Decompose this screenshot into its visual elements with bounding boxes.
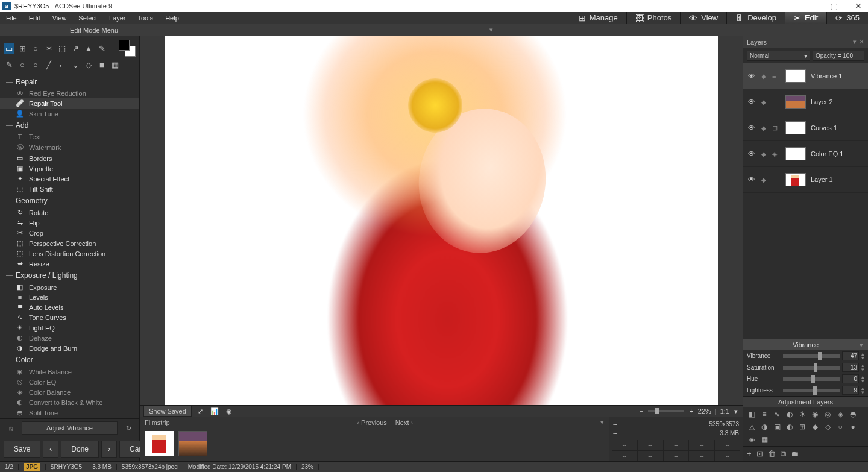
layer-thumbnail[interactable] xyxy=(785,95,806,109)
link-icon[interactable]: ◆ xyxy=(761,177,767,183)
tool-red-eye-reduction[interactable]: 👁Red Eye Reduction xyxy=(0,89,139,98)
vibrance-title[interactable]: Vibrance▾ xyxy=(743,339,868,350)
adjust-vibrance-button[interactable]: Adjust Vibrance xyxy=(22,421,118,435)
close-button[interactable]: ✕ xyxy=(851,1,866,11)
tool-eyedrop[interactable]: ↗ xyxy=(70,43,81,54)
slider-track[interactable] xyxy=(783,366,840,370)
tool-list[interactable]: Repair👁Red Eye Reduction🩹Repair Tool👤Ski… xyxy=(0,74,139,418)
canvas-area[interactable] xyxy=(140,36,743,405)
tool-lens-distortion-correction[interactable]: ⬚Lens Distortion Correction xyxy=(0,248,139,259)
refresh-icon[interactable]: ↻ xyxy=(122,424,134,432)
opacity-field[interactable]: Opacity = 100 xyxy=(813,51,864,61)
adjustment-icon-11[interactable]: ▣ xyxy=(772,422,782,432)
tool-light-eq[interactable]: ☀Light EQ xyxy=(0,323,139,333)
slider-value[interactable]: 47 xyxy=(842,351,859,360)
layer-op-duplicate[interactable]: ⧉ xyxy=(781,449,786,459)
layer-op-save[interactable]: 🖿 xyxy=(791,449,799,459)
layer-op-add[interactable]: + xyxy=(747,449,752,459)
prev-button[interactable]: ‹ xyxy=(43,441,58,458)
panel-menu-icon[interactable]: ▾ xyxy=(853,38,857,46)
adjustment-icon-1[interactable]: ≡ xyxy=(760,409,769,419)
tool-polygon[interactable]: ◇ xyxy=(83,59,94,70)
layer-thumbnail[interactable] xyxy=(785,121,806,134)
tool-skin-tune[interactable]: 👤Skin Tune xyxy=(0,109,139,119)
adjustment-icon-18[interactable]: ◈ xyxy=(747,435,756,444)
layer-op-mask[interactable]: ⊡ xyxy=(756,449,763,459)
layer-curves-1[interactable]: 👁◆⊞Curves 1 xyxy=(743,115,868,141)
blend-mode-select[interactable]: Normal▾ xyxy=(747,51,810,61)
adjustment-icon-5[interactable]: ◉ xyxy=(810,409,820,419)
panel-close-icon[interactable]: ✕ xyxy=(859,38,864,46)
tool-fill[interactable]: ■ xyxy=(96,59,107,70)
adjustment-icon-6[interactable]: ◎ xyxy=(823,409,832,419)
layer-op-delete[interactable]: 🗑 xyxy=(768,449,776,459)
tool-pencil[interactable]: ✎ xyxy=(96,43,107,54)
slider-track[interactable] xyxy=(783,377,840,381)
adjustment-icon-7[interactable]: ◈ xyxy=(835,409,845,419)
tool-repair-tool[interactable]: 🩹Repair Tool xyxy=(0,98,139,109)
tab-develop[interactable]: 🎚Develop xyxy=(726,12,785,24)
adjustment-icon-13[interactable]: ⊞ xyxy=(797,422,807,432)
tool-color-balance[interactable]: ◈Color Balance xyxy=(0,387,139,397)
tab-photos[interactable]: 🖼Photos xyxy=(626,12,680,24)
menu-file[interactable]: File xyxy=(0,13,23,24)
tool-rotate[interactable]: ↻Rotate xyxy=(0,207,139,218)
link-icon[interactable]: ◆ xyxy=(761,99,767,105)
canvas[interactable] xyxy=(165,36,718,405)
tool-move[interactable]: ▭ xyxy=(4,43,14,54)
tool-special-effect[interactable]: ✦Special Effect xyxy=(0,174,139,184)
tool-wand[interactable]: ✶ xyxy=(43,43,54,54)
zoom-out-icon[interactable]: − xyxy=(638,407,644,415)
editmode-dropdown-icon[interactable]: ▾ xyxy=(489,26,493,34)
slider-track[interactable] xyxy=(783,389,840,392)
ratio-dropdown-icon[interactable]: ▾ xyxy=(733,407,739,415)
tool-curve[interactable]: ⌄ xyxy=(70,59,81,70)
menu-edit[interactable]: Edit xyxy=(23,13,46,24)
slider-value[interactable]: 0 xyxy=(842,374,859,383)
link-icon[interactable]: ◆ xyxy=(761,125,767,131)
spinner-icon[interactable]: ▴▾ xyxy=(861,363,864,372)
filmstrip-dropdown-icon[interactable]: ▾ xyxy=(600,418,604,426)
save-button[interactable]: Save xyxy=(4,441,40,458)
layer-thumbnail[interactable] xyxy=(785,147,806,160)
layer-fx-icon[interactable]: ◈ xyxy=(772,150,781,158)
visibility-icon[interactable]: 👁 xyxy=(748,149,756,158)
menu-help[interactable]: Help xyxy=(159,13,185,24)
adjustment-icon-14[interactable]: ◆ xyxy=(810,422,820,432)
maximize-button[interactable]: ▢ xyxy=(826,1,841,11)
menu-layer[interactable]: Layer xyxy=(103,13,132,24)
tool-lasso[interactable]: ○ xyxy=(30,43,41,54)
tool-vignette[interactable]: ▣Vignette xyxy=(0,163,139,174)
group-repair[interactable]: Repair xyxy=(0,75,139,89)
tool-borders[interactable]: ▭Borders xyxy=(0,153,139,163)
show-saved-button[interactable]: Show Saved xyxy=(143,406,192,417)
foreground-swatch[interactable] xyxy=(119,40,130,51)
tool-gradient[interactable]: ▦ xyxy=(110,59,121,70)
group-geometry[interactable]: Geometry xyxy=(0,194,139,207)
history-icon[interactable]: ⎌ xyxy=(5,424,17,432)
visibility-icon[interactable]: 👁 xyxy=(748,175,756,184)
tool-brush[interactable]: ✎ xyxy=(4,59,14,70)
record-icon[interactable]: ◉ xyxy=(225,407,233,415)
visibility-icon[interactable]: 👁 xyxy=(748,72,756,80)
adjustment-icon-0[interactable]: ◧ xyxy=(747,409,756,419)
link-icon[interactable]: ◆ xyxy=(761,73,767,80)
tool-crop[interactable]: ⬚ xyxy=(57,43,68,54)
done-button[interactable]: Done xyxy=(61,441,99,458)
tab-manage[interactable]: ⊞Manage xyxy=(570,12,626,24)
adjustment-icon-15[interactable]: ◇ xyxy=(823,422,832,432)
layer-vibrance-1[interactable]: 👁◆≡Vibrance 1 xyxy=(743,63,868,89)
layer-fx-icon[interactable]: ⊞ xyxy=(772,124,781,132)
tool-circle[interactable]: ○ xyxy=(30,59,41,70)
tool-tilt-shift[interactable]: ⬚Tilt-Shift xyxy=(0,184,139,194)
tool-resize[interactable]: ⬌Resize xyxy=(0,259,139,269)
tool-levels[interactable]: ≡Levels xyxy=(0,292,139,302)
adjustment-icon-4[interactable]: ☀ xyxy=(797,409,807,419)
tab-365[interactable]: ⟳365 xyxy=(826,12,868,24)
tool-text[interactable]: TText xyxy=(0,132,139,142)
layer-layer-2[interactable]: 👁◆Layer 2 xyxy=(743,89,868,115)
layer-thumbnail[interactable] xyxy=(785,69,806,83)
tool-pointer[interactable]: ▲ xyxy=(83,43,94,54)
tool-auto-levels[interactable]: ≣Auto Levels xyxy=(0,302,139,312)
filmstrip-prev[interactable]: ‹ Previous xyxy=(357,419,387,426)
